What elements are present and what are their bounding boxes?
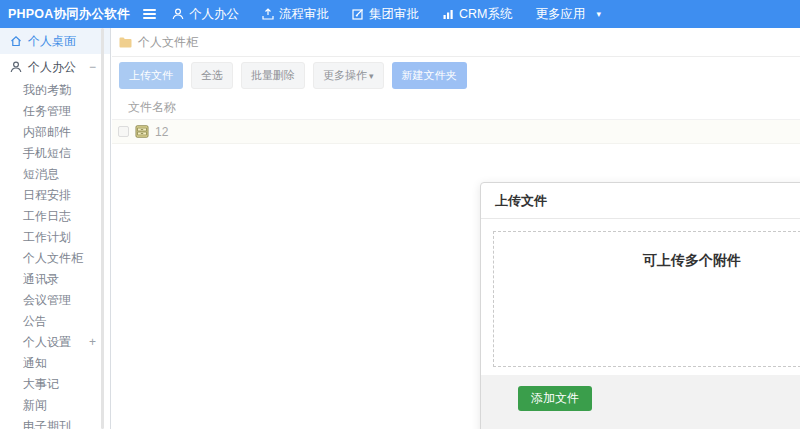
caret-down-icon: ▾ <box>596 9 601 19</box>
upload-dropzone[interactable]: 可上传多个附件 <box>493 231 800 367</box>
sidebar-item-tasks[interactable]: 任务管理 <box>0 101 110 122</box>
sidebar-item-internal-mail[interactable]: 内部邮件 <box>0 122 110 143</box>
nav-group-approval[interactable]: 集团审批 <box>352 6 419 23</box>
sidebar-item-notifications[interactable]: 通知 <box>0 353 110 374</box>
sidebar: 个人桌面 个人办公 − 我的考勤 任务管理 内部邮件 手机短信 短消息 日程安排… <box>0 28 111 429</box>
nav-label: 流程审批 <box>279 6 329 23</box>
sidebar-item-milestones[interactable]: 大事记 <box>0 374 110 395</box>
sidebar-item-label: 工作计划 <box>23 230 71 244</box>
user-icon <box>172 8 184 20</box>
bar-chart-icon <box>442 8 454 20</box>
sidebar-item-label: 内部邮件 <box>23 125 71 139</box>
sidebar-item-schedule[interactable]: 日程安排 <box>0 185 110 206</box>
breadcrumb-label: 个人文件柜 <box>138 34 198 51</box>
select-all-button[interactable]: 全选 <box>191 62 233 89</box>
sidebar-scrollbar[interactable] <box>101 28 104 429</box>
sidebar-item-label: 电子期刊 <box>23 419 71 429</box>
sidebar-group-personal-office[interactable]: 个人办公 − <box>0 54 110 80</box>
add-file-button[interactable]: 添加文件 <box>518 386 592 411</box>
sidebar-item-announcements[interactable]: 公告 <box>0 311 110 332</box>
folder-icon <box>119 37 132 48</box>
batch-delete-button[interactable]: 批量删除 <box>241 62 305 89</box>
app-logo: PHPOA协同办公软件 <box>8 0 130 28</box>
nav-label: CRM系统 <box>459 6 512 23</box>
file-name: 12 <box>155 125 168 139</box>
more-operations-button[interactable]: 更多操作▾ <box>313 62 384 89</box>
sidebar-item-desktop[interactable]: 个人桌面 <box>0 28 110 54</box>
more-operations-label: 更多操作 <box>323 69 367 81</box>
sidebar-item-short-message[interactable]: 短消息 <box>0 164 110 185</box>
sidebar-item-label: 个人文件柜 <box>23 251 83 265</box>
sidebar-item-label: 通讯录 <box>23 272 59 286</box>
edit-icon <box>352 8 364 20</box>
upload-icon <box>262 8 274 20</box>
nav-personal-office[interactable]: 个人办公 <box>172 6 239 23</box>
sidebar-item-e-journal[interactable]: 电子期刊 <box>0 416 110 429</box>
sidebar-item-label: 任务管理 <box>23 104 71 118</box>
nav-label: 集团审批 <box>369 6 419 23</box>
upload-file-button[interactable]: 上传文件 <box>119 62 183 89</box>
sidebar-item-label: 个人设置 <box>23 335 71 349</box>
toolbar: 上传文件 全选 批量删除 更多操作▾ 新建文件夹 <box>112 59 800 92</box>
app-window: PHPOA协同办公软件 个人办公 流程审批 集团审批 CRM系统 更多应用 <box>0 0 800 429</box>
caret-down-icon: ▾ <box>369 71 374 81</box>
sidebar-item-label: 通知 <box>23 356 47 370</box>
sidebar-item-work-log[interactable]: 工作日志 <box>0 206 110 227</box>
nav-label: 更多应用 <box>535 6 585 23</box>
sidebar-item-attendance[interactable]: 我的考勤 <box>0 80 110 101</box>
sidebar-item-label: 会议管理 <box>23 293 71 307</box>
sidebar-group-label: 个人办公 <box>28 59 76 76</box>
sidebar-item-label: 工作日志 <box>23 209 71 223</box>
sidebar-item-meetings[interactable]: 会议管理 <box>0 290 110 311</box>
row-checkbox[interactable] <box>118 126 129 137</box>
nav-crm-system[interactable]: CRM系统 <box>442 6 512 23</box>
sidebar-item-news[interactable]: 新闻 <box>0 395 110 416</box>
dropzone-hint: 可上传多个附件 <box>494 252 800 270</box>
sidebar-item-personal-settings[interactable]: 个人设置 + <box>0 332 110 353</box>
breadcrumb: 个人文件柜 <box>112 28 800 57</box>
nav-workflow-approval[interactable]: 流程审批 <box>262 6 329 23</box>
top-bar: PHPOA协同办公软件 个人办公 流程审批 集团审批 CRM系统 更多应用 <box>0 0 800 28</box>
nav-more-apps[interactable]: 更多应用 ▾ <box>535 6 601 23</box>
sidebar-item-label: 公告 <box>23 314 47 328</box>
hamburger-menu-icon[interactable] <box>143 7 157 21</box>
nav-label: 个人办公 <box>189 6 239 23</box>
sidebar-item-label: 新闻 <box>23 398 47 412</box>
expand-plus-icon[interactable]: + <box>89 332 96 353</box>
modal-body: 可上传多个附件 <box>481 219 800 375</box>
sidebar-item-label: 短消息 <box>23 167 59 181</box>
sidebar-item-sms[interactable]: 手机短信 <box>0 143 110 164</box>
file-name-column-header: 文件名称 <box>112 94 800 120</box>
sidebar-item-label: 个人桌面 <box>28 33 76 50</box>
sidebar-item-label: 大事记 <box>23 377 59 391</box>
file-row[interactable]: 12 <box>112 120 800 144</box>
sidebar-item-label: 我的考勤 <box>23 83 71 97</box>
top-nav: 个人办公 流程审批 集团审批 CRM系统 更多应用 ▾ <box>172 0 601 28</box>
user-icon <box>10 61 22 73</box>
sidebar-item-file-cabinet[interactable]: 个人文件柜 <box>0 248 110 269</box>
modal-footer: 添加文件 <box>481 375 800 429</box>
cabinet-icon <box>135 125 149 138</box>
modal-title: 上传文件 <box>481 183 800 219</box>
upload-modal: 上传文件 可上传多个附件 添加文件 <box>480 182 800 429</box>
collapse-minus-icon[interactable]: − <box>89 60 96 74</box>
new-folder-button[interactable]: 新建文件夹 <box>392 62 467 89</box>
sidebar-item-work-plan[interactable]: 工作计划 <box>0 227 110 248</box>
sidebar-item-contacts[interactable]: 通讯录 <box>0 269 110 290</box>
sidebar-item-label: 日程安排 <box>23 188 71 202</box>
sidebar-item-label: 手机短信 <box>23 146 71 160</box>
home-icon <box>10 35 22 47</box>
